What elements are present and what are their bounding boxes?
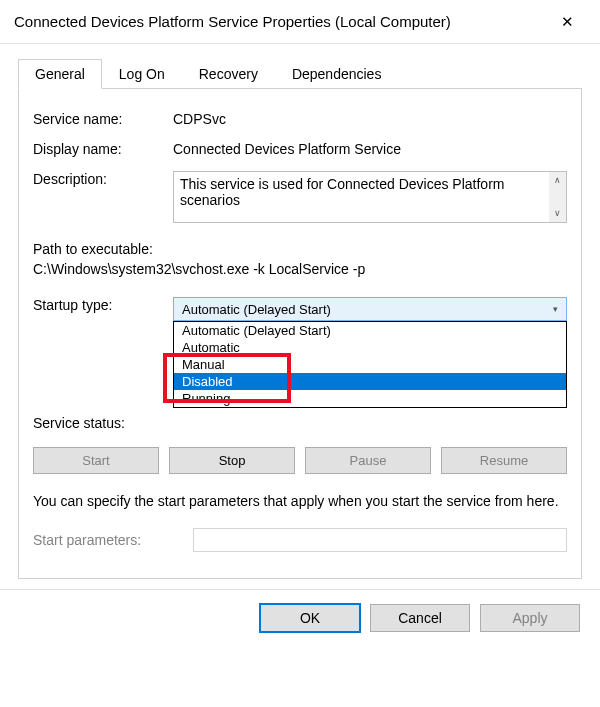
apply-button: Apply bbox=[480, 604, 580, 632]
label-startup-type: Startup type: bbox=[33, 297, 173, 313]
scroll-up-icon[interactable]: ∧ bbox=[554, 172, 561, 189]
value-path: C:\Windows\system32\svchost.exe -k Local… bbox=[33, 261, 567, 277]
titlebar: Connected Devices Platform Service Prope… bbox=[0, 0, 600, 44]
ok-button[interactable]: OK bbox=[260, 604, 360, 632]
value-service-name: CDPSvc bbox=[173, 111, 567, 127]
content-area: General Log On Recovery Dependencies Ser… bbox=[0, 44, 600, 589]
label-start-parameters: Start parameters: bbox=[33, 532, 193, 548]
footer: OK Cancel Apply bbox=[0, 590, 600, 650]
info-text: You can specify the start parameters tha… bbox=[33, 492, 567, 512]
window-title: Connected Devices Platform Service Prope… bbox=[14, 13, 451, 30]
tab-dependencies[interactable]: Dependencies bbox=[275, 59, 399, 89]
scroll-down-icon[interactable]: ∨ bbox=[554, 205, 561, 222]
option-disabled[interactable]: Disabled bbox=[174, 373, 566, 390]
close-button[interactable]: ✕ bbox=[546, 7, 588, 37]
tab-general[interactable]: General bbox=[18, 59, 102, 89]
label-service-name: Service name: bbox=[33, 111, 173, 127]
tabs: General Log On Recovery Dependencies bbox=[18, 58, 582, 89]
option-automatic[interactable]: Automatic bbox=[174, 339, 566, 356]
option-running-overlap: Running bbox=[174, 390, 566, 407]
service-status-row: Service status: bbox=[33, 415, 567, 431]
label-path: Path to executable: bbox=[33, 241, 567, 257]
stop-button[interactable]: Stop bbox=[169, 447, 295, 474]
tab-logon[interactable]: Log On bbox=[102, 59, 182, 89]
description-scrollbar[interactable]: ∧ ∨ bbox=[549, 172, 566, 222]
start-parameters-input bbox=[193, 528, 567, 552]
tab-recovery[interactable]: Recovery bbox=[182, 59, 275, 89]
option-automatic-delayed[interactable]: Automatic (Delayed Start) bbox=[174, 322, 566, 339]
start-button: Start bbox=[33, 447, 159, 474]
value-display-name: Connected Devices Platform Service bbox=[173, 141, 567, 157]
description-box[interactable]: This service is used for Connected Devic… bbox=[173, 171, 567, 223]
chevron-down-icon: ▾ bbox=[553, 304, 558, 314]
option-manual[interactable]: Manual bbox=[174, 356, 566, 373]
resume-button: Resume bbox=[441, 447, 567, 474]
label-display-name: Display name: bbox=[33, 141, 173, 157]
startup-selected: Automatic (Delayed Start) bbox=[182, 302, 331, 317]
startup-type-dropdown: Automatic (Delayed Start) Automatic Manu… bbox=[173, 321, 567, 408]
cancel-button[interactable]: Cancel bbox=[370, 604, 470, 632]
value-description: This service is used for Connected Devic… bbox=[180, 176, 504, 208]
pause-button: Pause bbox=[305, 447, 431, 474]
label-description: Description: bbox=[33, 171, 173, 187]
startup-type-combobox[interactable]: Automatic (Delayed Start) ▾ bbox=[173, 297, 567, 321]
label-service-status: Service status: bbox=[33, 415, 173, 431]
general-panel: Service name: CDPSvc Display name: Conne… bbox=[18, 89, 582, 579]
